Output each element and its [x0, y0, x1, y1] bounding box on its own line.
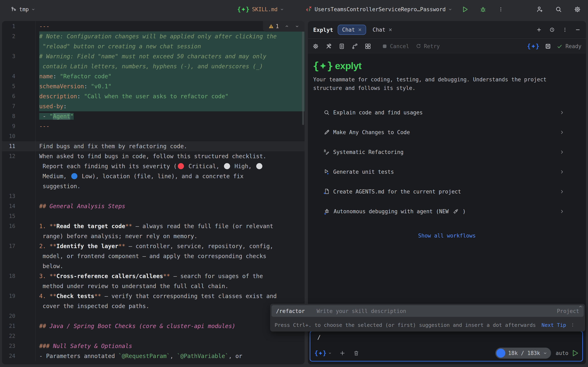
- line-number: 23: [2, 341, 36, 351]
- editor-row[interactable]: Report each finding with its severity ( …: [2, 161, 305, 171]
- tip-options-icon[interactable]: [570, 323, 575, 327]
- editor-row[interactable]: 21## Java / Spring Boot Checks (core & c…: [2, 321, 305, 331]
- close-icon[interactable]: ×: [358, 27, 362, 33]
- editor-row[interactable]: contain Latin letters, numbers, hyphens …: [2, 61, 305, 71]
- code-with-me-button[interactable]: [536, 0, 544, 19]
- workflow-item-tests[interactable]: Generate unit tests: [308, 162, 586, 182]
- editor-row[interactable]: 20: [2, 311, 305, 321]
- editor-row[interactable]: cover the inspected code paths.: [2, 301, 305, 311]
- context-usage-control[interactable]: 18k / 183k: [495, 348, 551, 359]
- editor-row[interactable]: below.: [2, 261, 305, 271]
- cancel-label: Cancel: [390, 43, 409, 49]
- editor-row[interactable]: 11Find bugs and fix them by refactoring …: [2, 141, 305, 151]
- model-selector[interactable]: { }: [314, 350, 332, 356]
- suggestion-command: /refactor: [276, 308, 305, 314]
- editor-row[interactable]: 3# Warning: Field "name" must not exceed…: [2, 51, 305, 61]
- settings-button[interactable]: [574, 0, 581, 19]
- editor-row[interactable]: Medium, Low), location (file, line), and…: [2, 171, 305, 181]
- workflow-item-search[interactable]: Explain code and find usages: [308, 103, 586, 122]
- send-button[interactable]: [571, 349, 579, 357]
- code-token: method under review to understand the fu…: [39, 283, 228, 290]
- editor-row[interactable]: 161. **Read the target code** — always r…: [2, 221, 305, 231]
- workflow-route-icon[interactable]: [352, 43, 358, 50]
- editor-row[interactable]: 7used-by:: [2, 101, 305, 111]
- editor-row[interactable]: 13: [2, 191, 305, 201]
- tools-icon[interactable]: [325, 43, 332, 50]
- next-tip-link[interactable]: Next Tip: [541, 322, 566, 328]
- editor-row[interactable]: 6description: "Call when the user asks t…: [2, 91, 305, 101]
- new-chat-button[interactable]: [536, 27, 542, 33]
- code-line: Medium, Low), location (file, line), and…: [36, 171, 305, 181]
- file-widget[interactable]: { } SKILL.md: [237, 0, 284, 19]
- editor-row[interactable]: 194. **Check tests** — verify that corre…: [2, 291, 305, 301]
- history-icon[interactable]: [549, 27, 555, 33]
- rules-document-icon[interactable]: [338, 43, 345, 50]
- editor-row[interactable]: 4name: "Refactor code": [2, 71, 305, 81]
- search-everywhere-button[interactable]: [555, 0, 562, 19]
- editor-row[interactable]: suggestion.: [2, 181, 305, 191]
- project-widget[interactable]: tmp: [11, 0, 35, 19]
- chat-tab-2[interactable]: Chat×: [368, 25, 397, 35]
- refactor-icon: R: [323, 149, 330, 155]
- suggestion-row[interactable]: /refactor Write your skill description P…: [272, 305, 584, 317]
- line-number: [2, 301, 36, 311]
- editor-row[interactable]: 2# Note: Configuration changes will be a…: [2, 31, 305, 42]
- editor-row[interactable]: 172. **Identify the layer** — controller…: [2, 241, 305, 251]
- editor-row[interactable]: 8 - "Agent": [2, 111, 305, 121]
- close-icon[interactable]: ×: [389, 27, 392, 33]
- editor-row[interactable]: 5schemaVersion: "v0.1": [2, 81, 305, 91]
- attach-button[interactable]: [339, 350, 346, 356]
- kebab-menu-icon: [498, 7, 503, 12]
- line-number: 20: [2, 311, 36, 321]
- cancel-button[interactable]: Cancel: [382, 43, 409, 49]
- editor-row[interactable]: 1---: [2, 21, 305, 31]
- run-config-widget[interactable]: UsersTeamsControllerServiceRepro…Passwor…: [305, 0, 452, 19]
- workflow-item-file-add[interactable]: Create AGENTS.md for the current project: [308, 182, 586, 201]
- panel-options-icon[interactable]: [562, 27, 568, 33]
- grid-view-icon[interactable]: [365, 43, 371, 50]
- editor-pane[interactable]: 1---2# Note: Configuration changes will …: [2, 21, 305, 364]
- popup-scroll-up-icon[interactable]: [578, 304, 583, 309]
- editor-row[interactable]: model, or frontend component — and apply…: [2, 251, 305, 261]
- workflow-item-refactor[interactable]: RSystematic Refactoring: [308, 142, 586, 162]
- more-options-button[interactable]: [498, 0, 503, 19]
- editor-row[interactable]: 10: [2, 131, 305, 141]
- editor-row[interactable]: 22: [2, 331, 305, 341]
- explyt-skill-icon[interactable]: { }: [527, 43, 539, 49]
- editor-row[interactable]: 24- Parameters annotated `@RequestParam`…: [2, 351, 305, 361]
- workflow-item-debug-agent[interactable]: Autonomous debugging with agent (NEW): [308, 201, 586, 221]
- code-line: Report each finding with its severity ( …: [36, 161, 305, 171]
- code-token: # Warning: Field "name" must not exceed …: [39, 53, 267, 60]
- line-number: 9: [2, 121, 36, 131]
- editor-row[interactable]: range) before analysis; never rely on me…: [2, 231, 305, 241]
- editor-row[interactable]: 183. **Cross-reference callers/callees**…: [2, 271, 305, 281]
- workflow-item-pencil[interactable]: Make Any Changes to Code: [308, 122, 586, 142]
- editor-row[interactable]: 9---: [2, 121, 305, 131]
- minimize-icon[interactable]: [575, 27, 581, 33]
- retry-button[interactable]: Retry: [416, 43, 440, 49]
- chat-input-box[interactable]: / { } 18k /: [310, 331, 583, 361]
- prev-problem-icon[interactable]: [285, 24, 289, 29]
- save-icon[interactable]: [545, 43, 551, 50]
- run-button[interactable]: [461, 0, 469, 19]
- editor-scrollbar[interactable]: [302, 31, 304, 125]
- editor-row[interactable]: 14## General Analysis Steps: [2, 201, 305, 211]
- editor-row[interactable]: "reload" button or creating a new chat s…: [2, 42, 305, 51]
- debug-button[interactable]: [479, 0, 487, 19]
- editor-row[interactable]: method under review to understand the fu…: [2, 281, 305, 291]
- next-problem-icon[interactable]: [295, 24, 299, 29]
- editor-row[interactable]: 15: [2, 211, 305, 221]
- mode-selector[interactable]: auto: [555, 350, 568, 356]
- file-name: SKILL.md: [252, 6, 277, 12]
- chat-tab-1[interactable]: Chat×: [338, 25, 366, 35]
- show-all-workflows-link[interactable]: Show all workflows: [308, 233, 586, 239]
- chat-settings-icon[interactable]: [312, 43, 319, 50]
- context-toggle-knob[interactable]: [496, 349, 505, 358]
- code-token: General Analysis Steps: [50, 203, 125, 210]
- inspections-widget[interactable]: 1: [263, 21, 305, 32]
- delete-chat-button[interactable]: [353, 350, 360, 356]
- editor-row[interactable]: 12When asked to find bugs in code, follo…: [2, 151, 305, 161]
- chat-input-value[interactable]: /: [317, 334, 321, 341]
- editor-row[interactable]: 23### Null Safety & Optionals: [2, 341, 305, 351]
- code-token: Agent: [53, 113, 70, 120]
